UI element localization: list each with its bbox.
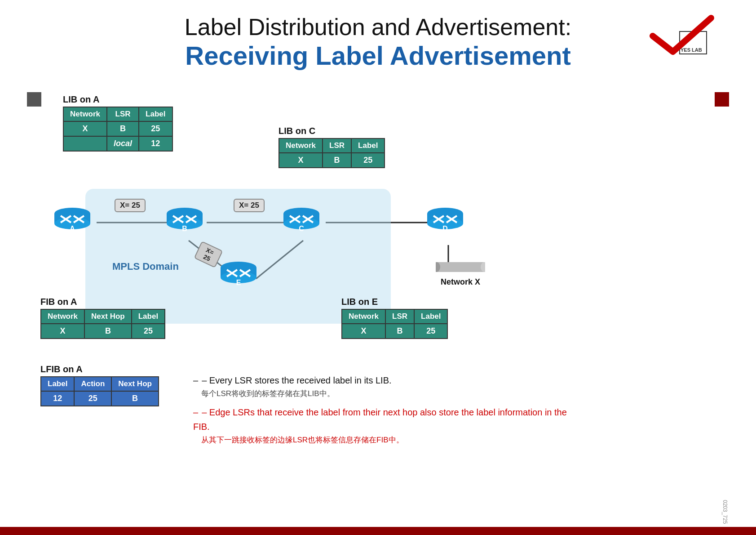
lib-c-table: LIB on C Network LSR Label X B 25 — [279, 126, 385, 168]
fib-a-col-label: Label — [132, 309, 165, 324]
svg-text:E: E — [236, 279, 241, 286]
lfib-a-r1-action: 25 — [74, 391, 111, 406]
lib-c-col-network: Network — [279, 138, 323, 153]
lib-a-r1-lsr: B — [107, 121, 139, 136]
mpls-domain-label: MPLS Domain — [112, 261, 179, 272]
bullet1-en: –– Every LSR stores the received label i… — [193, 373, 579, 388]
lib-c-title: LIB on C — [279, 126, 385, 136]
router-B: B — [166, 207, 203, 236]
lfib-a-title: LFIB on A — [40, 364, 159, 374]
lib-c-r1-label: 25 — [351, 153, 385, 168]
lib-c-col-lsr: LSR — [323, 138, 351, 153]
bottom-bar — [0, 527, 756, 535]
lfib-a-data: Label Action Next Hop 12 25 B — [40, 376, 159, 406]
bubble-AB: X= 25 — [115, 199, 146, 212]
lfib-a-table: LFIB on A Label Action Next Hop 12 25 B — [40, 364, 159, 406]
lib-a-table: LIB on A Network LSR Label X B 25 local — [63, 94, 173, 152]
network-x-label: Network X — [441, 277, 480, 287]
table-row: local 12 — [63, 136, 172, 151]
svg-text:YES LAB: YES LAB — [681, 47, 702, 53]
lfib-a-r1-label: 12 — [41, 391, 74, 406]
lib-e-r1-lsr: B — [385, 324, 414, 339]
text-area: –– Every LSR stores the received label i… — [193, 373, 579, 446]
svg-text:C: C — [299, 225, 304, 232]
lib-a-data: Network LSR Label X B 25 local 12 — [63, 107, 173, 152]
lfib-a-col-action: Action — [74, 377, 111, 391]
lib-e-data: Network LSR Label X B 25 — [341, 309, 448, 339]
fib-a-r1-net: X — [41, 324, 84, 339]
title-area: Label Distribution and Advertisement: Re… — [0, 0, 756, 71]
fib-a-r1-nexthop: B — [84, 324, 132, 339]
lib-c-data: Network LSR Label X B 25 — [279, 138, 385, 168]
lib-a-r1-net: X — [63, 121, 107, 136]
table-row: X B 25 — [63, 121, 172, 136]
fib-a-title: FIB on A — [40, 297, 165, 307]
lib-e-col-network: Network — [342, 309, 385, 324]
router-C: C — [283, 207, 320, 236]
lib-a-r2-label: 12 — [139, 136, 172, 151]
table-row: X B 25 — [342, 324, 447, 339]
table-row: X B 25 — [279, 153, 385, 168]
router-D: D — [427, 207, 464, 236]
lfib-a-col-nexthop: Next Hop — [111, 377, 159, 391]
fib-a-col-network: Network — [41, 309, 84, 324]
fib-a-col-nexthop: Next Hop — [84, 309, 132, 324]
lib-a-col-network: Network — [63, 107, 107, 121]
router-A-icon: A — [54, 207, 91, 234]
logo-area: YES LAB — [648, 13, 720, 58]
router-A: A — [54, 207, 91, 236]
table-row: 12 25 B — [41, 391, 159, 406]
lib-a-col-label: Label — [139, 107, 172, 121]
lib-e-table: LIB on E Network LSR Label X B 25 — [341, 297, 448, 339]
svg-text:A: A — [70, 225, 75, 232]
bullet1-cn: 每个LSR将收到的标签存储在其LIB中。 — [201, 388, 579, 400]
diagram: MPLS Domain LIB on A Network LSR Label X… — [27, 85, 729, 508]
title-line2: Receiving Label Advertisement — [0, 40, 756, 71]
bullet2-en: –– Edge LSRs that receive the label from… — [193, 405, 579, 434]
router-E-icon: E — [220, 261, 257, 288]
lib-a-r2-net — [63, 136, 107, 151]
lib-e-col-label: Label — [414, 309, 447, 324]
lib-c-col-label: Label — [351, 138, 385, 153]
lib-a-r2-lsr: local — [107, 136, 139, 151]
lib-e-col-lsr: LSR — [385, 309, 414, 324]
router-E: E — [220, 261, 257, 290]
router-D-icon: D — [427, 207, 464, 234]
table-row: X B 25 — [41, 324, 165, 339]
lib-a-title: LIB on A — [63, 94, 173, 105]
bubble-BC: X= 25 — [234, 199, 265, 212]
svg-rect-48 — [437, 262, 484, 272]
svg-text:B: B — [182, 225, 187, 232]
lib-e-r1-net: X — [342, 324, 385, 339]
fib-a-r1-label: 25 — [132, 324, 165, 339]
network-x-cylinder — [436, 259, 485, 276]
lib-a-col-lsr: LSR — [107, 107, 139, 121]
watermark: 0203_725 — [722, 500, 728, 524]
svg-text:D: D — [442, 225, 448, 232]
lib-a-r1-label: 25 — [139, 121, 172, 136]
lfib-a-r1-nexthop: B — [111, 391, 159, 406]
lib-c-r1-lsr: B — [323, 153, 351, 168]
title-line1: Label Distribution and Advertisement: — [0, 13, 756, 40]
router-C-icon: C — [283, 207, 320, 234]
lib-e-title: LIB on E — [341, 297, 448, 307]
fib-a-data: Network Next Hop Label X B 25 — [40, 309, 165, 339]
fib-a-table: FIB on A Network Next Hop Label X B 25 — [40, 297, 165, 339]
router-B-icon: B — [166, 207, 203, 234]
lib-c-r1-net: X — [279, 153, 323, 168]
lfib-a-col-label: Label — [41, 377, 74, 391]
bullet2-cn: 从其下一跳接收标签的边缘LSR也将标签信息存储在FIB中。 — [201, 434, 579, 446]
lib-e-r1-label: 25 — [414, 324, 447, 339]
network-x: Network X — [436, 259, 485, 287]
